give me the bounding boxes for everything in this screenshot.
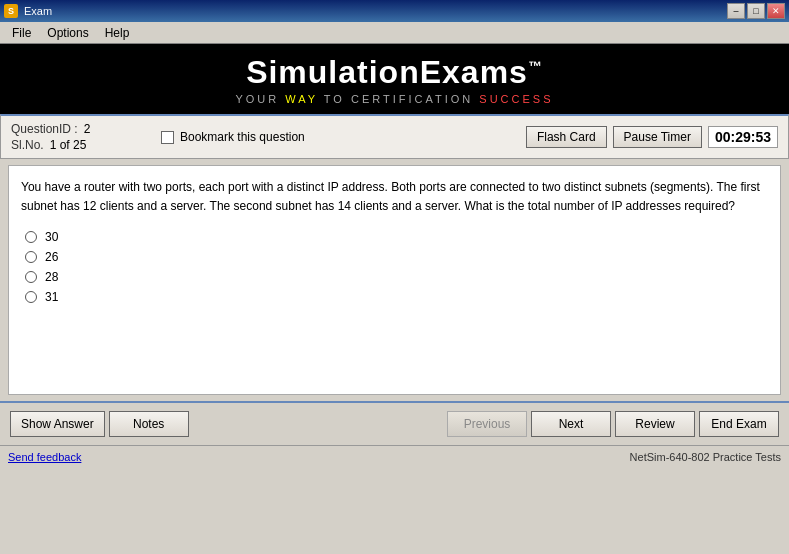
question-id-label: QuestionID :	[11, 122, 78, 136]
question-area: You have a router with two ports, each p…	[8, 165, 781, 395]
maximize-button[interactable]: □	[747, 3, 765, 19]
info-bar: QuestionID : 2 Sl.No. 1 of 25 Bookmark t…	[0, 114, 789, 159]
next-button[interactable]: Next	[531, 411, 611, 437]
menu-bar: File Options Help	[0, 22, 789, 44]
window-title: Exam	[24, 5, 52, 17]
previous-button[interactable]: Previous	[447, 411, 527, 437]
flash-card-button[interactable]: Flash Card	[526, 126, 607, 148]
action-buttons: Flash Card Pause Timer 00:29:53	[526, 126, 778, 148]
minimize-button[interactable]: –	[727, 3, 745, 19]
menu-file[interactable]: File	[4, 24, 39, 42]
radio-3[interactable]	[25, 271, 37, 283]
option-1-value: 30	[45, 230, 58, 244]
radio-4[interactable]	[25, 291, 37, 303]
bookmark-area: Bookmark this question	[161, 130, 506, 144]
end-exam-button[interactable]: End Exam	[699, 411, 779, 437]
option-3[interactable]: 28	[25, 270, 768, 284]
bookmark-label: Bookmark this question	[180, 130, 305, 144]
radio-2[interactable]	[25, 251, 37, 263]
app-subtitle: YOUR WAY TO CERTIFICATION SUCCESS	[235, 93, 553, 105]
question-info: QuestionID : 2 Sl.No. 1 of 25	[11, 122, 141, 152]
status-bar: Send feedback NetSim-640-802 Practice Te…	[0, 445, 789, 467]
notes-button[interactable]: Notes	[109, 411, 189, 437]
app-header: SimulationExams™ YOUR WAY TO CERTIFICATI…	[0, 44, 789, 114]
close-button[interactable]: ✕	[767, 3, 785, 19]
review-button[interactable]: Review	[615, 411, 695, 437]
bookmark-checkbox[interactable]	[161, 131, 174, 144]
app-version: NetSim-640-802 Practice Tests	[630, 451, 781, 463]
radio-1[interactable]	[25, 231, 37, 243]
menu-help[interactable]: Help	[97, 24, 138, 42]
option-2-value: 26	[45, 250, 58, 264]
timer-display: 00:29:53	[708, 126, 778, 148]
title-bar: S Exam – □ ✕	[0, 0, 789, 22]
show-answer-button[interactable]: Show Answer	[10, 411, 105, 437]
option-2[interactable]: 26	[25, 250, 768, 264]
sl-no-value: 1 of 25	[50, 138, 87, 152]
app-brand: SimulationExams™	[246, 54, 543, 91]
option-4[interactable]: 31	[25, 290, 768, 304]
question-id-value: 2	[84, 122, 91, 136]
option-1[interactable]: 30	[25, 230, 768, 244]
pause-timer-button[interactable]: Pause Timer	[613, 126, 702, 148]
sl-no-label: Sl.No.	[11, 138, 44, 152]
send-feedback-link[interactable]: Send feedback	[8, 451, 81, 463]
menu-options[interactable]: Options	[39, 24, 96, 42]
bottom-toolbar: Show Answer Notes Previous Next Review E…	[0, 401, 789, 445]
app-icon: S	[4, 4, 18, 18]
options-list: 30 26 28 31	[21, 230, 768, 304]
question-text: You have a router with two ports, each p…	[21, 178, 768, 216]
option-4-value: 31	[45, 290, 58, 304]
option-3-value: 28	[45, 270, 58, 284]
